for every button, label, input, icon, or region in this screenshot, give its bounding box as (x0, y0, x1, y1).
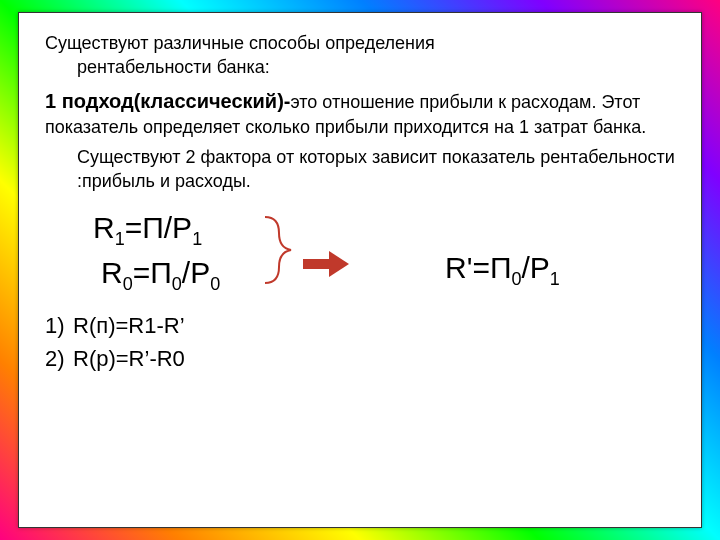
list-text: R(п)=R1-R’ (73, 309, 185, 342)
list-number: 1) (45, 309, 73, 342)
formulas-block: R1=П/Р1 R0=П0/Р0 R'=П0/Р1 (45, 211, 675, 295)
formula-r1: R1=П/Р1 (93, 211, 675, 250)
formula-list: 1) R(п)=R1-R’ 2) R(р)=R’-R0 (45, 309, 675, 375)
intro-line1: Существуют различные способы определения (45, 33, 435, 53)
formula-r0: R0=П0/Р0 (101, 256, 675, 295)
approach-text: 1 подход(классический)-это отношение при… (45, 88, 675, 139)
intro-line2: рентабельности банка: (45, 57, 270, 77)
list-item: 1) R(п)=R1-R’ (45, 309, 675, 342)
factors-text: Существуют 2 фактора от которых зависит … (45, 145, 675, 194)
intro-text: Существуют различные способы определения… (45, 31, 675, 80)
slide-content: Существуют различные способы определения… (18, 12, 702, 528)
approach-bold: 1 подход(классический)- (45, 90, 290, 112)
svg-rect-0 (303, 259, 329, 269)
arrow-right-icon (301, 251, 349, 277)
list-text: R(р)=R’-R0 (73, 342, 185, 375)
list-item: 2) R(р)=R’-R0 (45, 342, 675, 375)
list-number: 2) (45, 342, 73, 375)
formula-rprime: R'=П0/Р1 (445, 251, 560, 290)
svg-marker-1 (329, 251, 349, 277)
decorative-frame: Существуют различные способы определения… (0, 0, 720, 540)
